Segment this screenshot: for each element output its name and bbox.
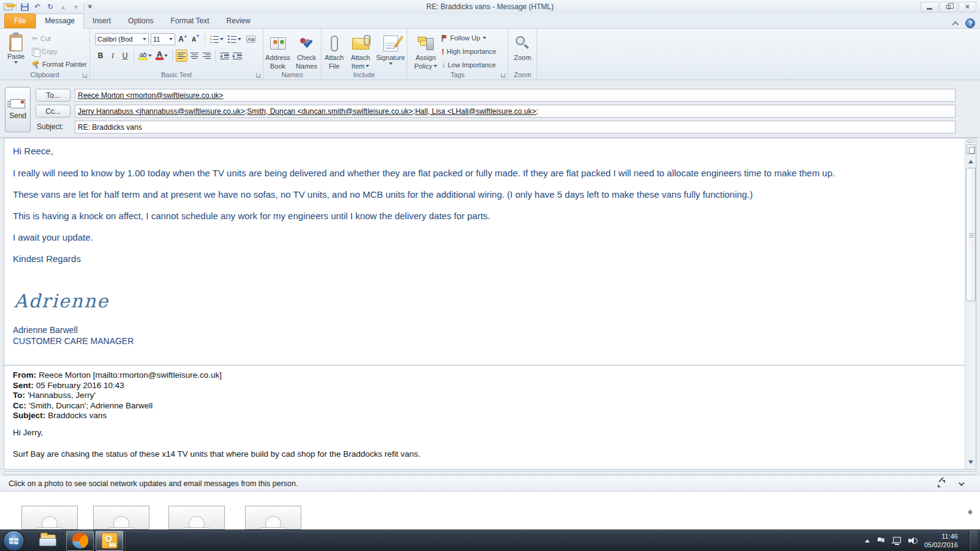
dialog-launcher-icon[interactable]: [256, 73, 261, 78]
clock-date: 05/02/2016: [924, 541, 958, 549]
title-bar: ↶ ↻ ▲ ▼ RE: Braddicks vans - Message (HT…: [0, 0, 980, 14]
increase-indent-button[interactable]: [232, 50, 243, 62]
show-hidden-icons-button[interactable]: [865, 539, 870, 542]
recipient[interactable]: Smith, Duncan <duncan.smith@swiftleisure…: [247, 107, 413, 116]
close-button[interactable]: ×: [959, 2, 976, 12]
dialog-launcher-icon[interactable]: [501, 73, 506, 78]
signature-title: CUSTOMER CARE MANAGER: [13, 336, 134, 346]
paste-button[interactable]: Paste: [4, 32, 28, 72]
address-book-button[interactable]: AddressBook: [264, 32, 292, 70]
shrink-font-button[interactable]: A: [190, 33, 201, 45]
customize-qat-icon[interactable]: [88, 5, 92, 9]
group-label-zoom: Zoom: [508, 71, 537, 78]
undo-icon[interactable]: ↶: [32, 2, 42, 12]
people-pane-splitter[interactable]: [4, 471, 976, 475]
recipient[interactable]: Jerry Hannabuss <jhannabuss@swiftleisure…: [78, 107, 245, 116]
contact-photo-placeholder[interactable]: [168, 506, 225, 530]
action-center-icon[interactable]: [877, 537, 884, 545]
ruler-toggle-icon[interactable]: [967, 144, 975, 154]
dialog-launcher-icon[interactable]: [83, 73, 88, 78]
align-left-icon: [178, 53, 186, 59]
signature-icon: [383, 36, 398, 51]
app-icon[interactable]: [3, 2, 13, 12]
zoom-button[interactable]: Zoom: [510, 32, 535, 61]
save-icon[interactable]: [20, 2, 29, 12]
assign-policy-button[interactable]: Assign Policy: [412, 32, 439, 70]
scrollbar-thumb[interactable]: [966, 168, 976, 301]
cc-field[interactable]: Jerry Hannabuss <jhannabuss@swiftleisure…: [75, 105, 956, 118]
taskbar-firefox-button[interactable]: [66, 531, 94, 551]
contact-photo-placeholder[interactable]: [21, 506, 78, 530]
contact-photo-placeholder[interactable]: [93, 506, 149, 530]
highlight-button[interactable]: ab: [137, 50, 153, 62]
font-size-combo[interactable]: 11: [151, 33, 175, 45]
volume-icon[interactable]: [908, 537, 917, 545]
window-title: RE: Braddicks vans - Message (HTML): [0, 0, 980, 14]
windows-logo-icon: [9, 536, 19, 545]
chevron-down-icon[interactable]: [959, 480, 965, 486]
message-editor[interactable]: Hi Reece, I really will need to know by …: [4, 138, 965, 469]
bullets-button[interactable]: [209, 33, 225, 45]
follow-up-flag-icon: [442, 35, 448, 42]
follow-up-button[interactable]: Follow Up: [442, 32, 496, 43]
to-field[interactable]: Reece Morton <rmorton@swiftleisure.co.uk…: [75, 89, 956, 102]
taskbar-clock[interactable]: 11:46 05/02/2016: [924, 532, 962, 549]
underline-button[interactable]: U: [119, 50, 130, 62]
split-handle[interactable]: [967, 140, 974, 143]
check-names-button[interactable]: CheckNames: [293, 32, 320, 70]
tab-file[interactable]: File: [4, 13, 36, 28]
numbering-button[interactable]: [227, 33, 243, 45]
tab-format-text[interactable]: Format Text: [162, 14, 217, 28]
taskbar-outlook-button[interactable]: O: [96, 531, 123, 551]
high-importance-button[interactable]: ! High Importance: [442, 46, 496, 57]
align-right-button[interactable]: [201, 50, 212, 62]
outlook-icon: O: [102, 533, 118, 549]
attach-item-button[interactable]: Attach Item: [348, 32, 374, 70]
vertical-scrollbar[interactable]: [965, 138, 976, 469]
message-body: Hi Reece, I really will need to know by …: [4, 138, 976, 470]
bold-button[interactable]: B: [95, 50, 106, 62]
network-icon[interactable]: [892, 537, 901, 545]
tab-options[interactable]: Options: [119, 14, 162, 28]
taskbar-explorer-button[interactable]: [39, 533, 58, 548]
tab-insert[interactable]: Insert: [84, 14, 119, 28]
tab-message[interactable]: Message: [36, 13, 84, 29]
help-button[interactable]: ?: [965, 18, 975, 28]
recipient[interactable]: Reece Morton <rmorton@swiftleisure.co.uk…: [78, 91, 224, 100]
to-button[interactable]: To...: [36, 89, 70, 102]
previous-item-icon: ▲: [58, 2, 68, 12]
cc-button[interactable]: Cc...: [36, 105, 70, 118]
signature-button[interactable]: Signature: [375, 32, 407, 70]
contact-photo-placeholder[interactable]: [245, 506, 301, 530]
tab-review[interactable]: Review: [218, 14, 259, 28]
low-importance-button[interactable]: ↓ Low Importance: [442, 59, 496, 70]
minimize-button[interactable]: [921, 2, 938, 12]
body-paragraph: Kindest Regards: [13, 253, 959, 264]
photos-scroll-up-icon[interactable]: [968, 499, 973, 510]
decrease-indent-button[interactable]: [219, 50, 230, 62]
collapse-ribbon-icon[interactable]: [952, 21, 959, 28]
group-clipboard: Paste ✂ Cut Copy Format Painter Clipboar…: [0, 29, 90, 80]
show-desktop-button[interactable]: [969, 530, 978, 551]
italic-button[interactable]: I: [107, 50, 118, 62]
send-button[interactable]: Send: [5, 87, 31, 132]
low-importance-icon: ↓: [442, 61, 445, 69]
subject-field[interactable]: RE: Braddicks vans: [75, 121, 956, 133]
align-center-button[interactable]: [189, 50, 200, 62]
scroll-up-button[interactable]: [966, 157, 976, 167]
redo-icon[interactable]: ↻: [45, 2, 55, 12]
grow-font-button[interactable]: A: [177, 33, 188, 45]
format-painter-button[interactable]: Format Painter: [32, 59, 87, 70]
photos-scroll-down-icon[interactable]: [968, 515, 973, 526]
paperclip-icon: [331, 36, 338, 51]
start-button[interactable]: [4, 531, 23, 550]
expand-people-pane-icon[interactable]: [938, 480, 945, 487]
font-name-combo[interactable]: Calibri (Bod: [95, 33, 149, 45]
scroll-down-button[interactable]: [966, 457, 976, 467]
recipient[interactable]: Hall, Lisa <LHall@swiftleisure.co.uk>: [415, 107, 537, 116]
attach-file-button[interactable]: AttachFile: [322, 32, 347, 70]
align-left-button[interactable]: [176, 50, 187, 62]
clear-formatting-button[interactable]: Aa: [244, 33, 257, 45]
font-color-button[interactable]: A: [154, 50, 169, 62]
restore-button[interactable]: [940, 2, 957, 12]
